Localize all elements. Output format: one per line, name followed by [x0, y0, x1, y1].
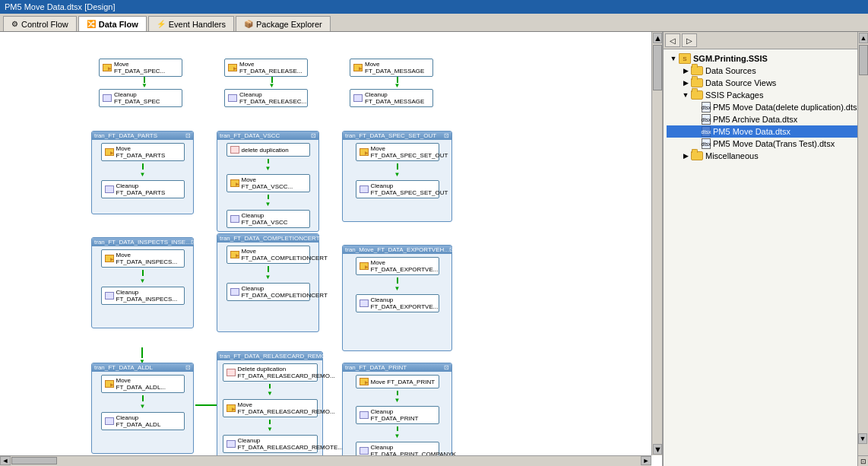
- expand-icon[interactable]: ⊡: [320, 235, 325, 242]
- connector: [397, 277, 398, 284]
- container-header-inspects: tran_FT_DATA_INSPECTS_INSE... ⊡: [92, 238, 193, 246]
- task-label: Cleanup FT_DATA_INSPECS...: [116, 289, 181, 303]
- right-scroll-thumb[interactable]: [859, 45, 868, 75]
- tab-label-event-handlers: Event Handlers: [169, 20, 226, 29]
- container-data-parts: tran_FT_DATA_PARTS ⊡ Move FT_DATA_PARTS …: [91, 131, 194, 214]
- tree-pkg1[interactable]: dtsx PM5 Move Data(delete duplication).d…: [667, 101, 865, 113]
- right-vertical-scrollbar[interactable]: ▲ ▼: [857, 32, 868, 455]
- task-dedup-vscc[interactable]: delete duplication: [227, 143, 310, 157]
- task-move-complete[interactable]: Move FT_DATA_COMPLETIONCERT: [227, 246, 310, 264]
- tab-package-explorer[interactable]: 📦 Package Explorer: [236, 16, 331, 31]
- data-sources-expand[interactable]: ▶: [680, 65, 691, 76]
- scroll-down-btn[interactable]: ▼: [653, 444, 662, 455]
- task-move-data-release[interactable]: Move FT_DATA_RELEASE...: [224, 59, 308, 77]
- arrow: ▼: [265, 201, 271, 208]
- scroll-left-btn[interactable]: ◄: [0, 456, 11, 465]
- canvas-horizontal-scrollbar[interactable]: ◄ ►: [0, 455, 651, 466]
- task-cleanup-export[interactable]: Cleanup FT_DATA_EXPORTVE...: [356, 294, 439, 312]
- move-icon: [230, 179, 239, 187]
- container-data-inspects: tran_FT_DATA_INSPECTS_INSE... ⊡ Move FT_…: [91, 237, 194, 328]
- task-move-vscc[interactable]: Move FT_DATA_VSCC...: [227, 174, 310, 192]
- expand-icon[interactable]: ⊡: [449, 246, 455, 253]
- task-move-data-message[interactable]: Move FT_DATA_MESSAGE: [350, 59, 433, 77]
- h-scroll-thumb[interactable]: [11, 457, 57, 464]
- arrow: ▼: [265, 274, 271, 281]
- expand-icon[interactable]: ⊡: [191, 239, 196, 246]
- move-icon: [353, 64, 363, 71]
- tree-data-source-views[interactable]: ▶ Data Source Views: [667, 77, 865, 89]
- pkg1-label: PM5 Move Data(delete duplication).dtsx: [713, 103, 861, 112]
- container-data-release-top: Move FT_DATA_RELEASE... ▼ Cleanup FT_DAT…: [224, 59, 319, 107]
- data-source-views-expand[interactable]: ▶: [680, 78, 691, 88]
- right-scroll-down-btn[interactable]: ▼: [858, 433, 867, 444]
- tree-ssis-packages[interactable]: ▼ SSIS Packages: [667, 89, 865, 101]
- expand-icon[interactable]: ⊡: [444, 132, 449, 139]
- container-body-parts: Move FT_DATA_PARTS ▼ Cleanup FT_DATA_PAR…: [92, 140, 193, 201]
- tree-data-sources[interactable]: ▶ Data Sources: [667, 65, 865, 77]
- task-cleanup-data-spec[interactable]: Cleanup FT_DATA_SPEC: [99, 89, 182, 107]
- scroll-right-btn[interactable]: ►: [641, 456, 651, 465]
- tree-root[interactable]: ▼ S SGM.Printing.SSIS: [667, 52, 865, 65]
- task-label: Cleanup FT_DATA_COMPLETIONCERT: [242, 285, 328, 299]
- scroll-track[interactable]: [11, 456, 641, 466]
- task-move-aldl[interactable]: Move FT_DATA_ALDL...: [101, 375, 185, 393]
- dedup-icon: [227, 369, 236, 376]
- task-dedup-releasecard[interactable]: Delete duplication FT_DATA_RELASECARD_RE…: [223, 363, 318, 382]
- expand-icon[interactable]: ⊡: [311, 132, 316, 139]
- task-cleanup-parts[interactable]: Cleanup FT_DATA_PARTS: [101, 180, 185, 198]
- move-icon: [360, 148, 369, 156]
- toolbar-btn-1[interactable]: ◁: [665, 33, 680, 47]
- tree-miscellaneous[interactable]: ▶ Miscellaneous: [667, 150, 865, 162]
- task-cleanup-data-message[interactable]: Cleanup FT_DATA_MESSAGE: [350, 89, 433, 107]
- data-source-views-folder-icon: [691, 78, 703, 87]
- task-cleanup-releasecard[interactable]: Cleanup FT_DATA_RELEASCARD_REMOTE...: [223, 435, 318, 453]
- container-body-inspects: Move FT_DATA_INSPECS... ▼ Cleanup FT_DAT…: [92, 246, 193, 308]
- tab-label-control-flow: Control Flow: [21, 20, 68, 29]
- toolbar-btn-2[interactable]: ▷: [682, 33, 697, 47]
- container-header-releasecard: tran_FT_DATA_RELASECARD_REMOTE ⊡: [217, 352, 322, 360]
- container-data-vscc: tran_FT_DATA_VSCC ⊡ delete duplication ▼…: [217, 131, 319, 232]
- task-move-data-spec[interactable]: Move FT_DATA_SPEC...: [99, 59, 182, 77]
- expand-icon[interactable]: ⊡: [185, 132, 191, 139]
- task-cleanup-vscc[interactable]: Cleanup FT_DATA_VSCC: [227, 210, 310, 228]
- arrow: ▼: [350, 83, 445, 89]
- misc-expand[interactable]: ▶: [680, 151, 691, 161]
- scroll-thumb[interactable]: [653, 45, 662, 90]
- cleanup-icon: [105, 185, 114, 193]
- container-header-complete: tran_FT_DATA_COMPLETIONCERT ⊡: [217, 234, 318, 243]
- container-body-export: Move FT_DATA_EXPORTVE... ▼ Cleanup FT_DA…: [343, 254, 451, 315]
- canvas-vertical-scrollbar[interactable]: ▲ ▼: [651, 32, 662, 455]
- task-move-inspects[interactable]: Move FT_DATA_INSPECS...: [101, 249, 185, 268]
- resize-corner[interactable]: ⊡: [857, 455, 868, 466]
- task-cleanup-complete[interactable]: Cleanup FT_DATA_COMPLETIONCERT: [227, 283, 310, 301]
- task-move-export[interactable]: Move FT_DATA_EXPORTVE...: [356, 257, 439, 275]
- task-move-releasecard[interactable]: Move FT_DATA_RELEASCARD_REMO...: [223, 399, 318, 417]
- task-cleanup-print[interactable]: Cleanup FT_DATA_PRINT: [356, 406, 439, 424]
- right-scroll-up-btn[interactable]: ▲: [859, 33, 868, 43]
- task-cleanup-aldl[interactable]: Cleanup FT_DATA_ALDL: [101, 412, 185, 430]
- scroll-up-btn[interactable]: ▲: [653, 33, 662, 43]
- expand-icon[interactable]: ⊡: [444, 364, 449, 371]
- task-cleanup-spec-set-out[interactable]: Cleanup FT_DATA_SPEC_SET_OUT: [356, 180, 439, 198]
- ssis-packages-expand[interactable]: ▼: [680, 90, 691, 100]
- root-expand-icon[interactable]: ▼: [668, 53, 679, 64]
- tree-pkg3[interactable]: dtsx PM5 Move Data.dtsx: [667, 125, 865, 138]
- task-cleanup-inspects[interactable]: Cleanup FT_DATA_INSPECS...: [101, 287, 185, 305]
- task-move-parts[interactable]: Move FT_DATA_PARTS: [101, 143, 185, 161]
- expand-icon[interactable]: ⊡: [185, 364, 191, 371]
- canvas-area[interactable]: Move FT_DATA_SPEC... ▼ Cleanup FT_DATA_S…: [0, 32, 663, 466]
- ssis-packages-label: SSIS Packages: [705, 90, 763, 100]
- task-move-print[interactable]: Move FT_DATA_PRINT: [356, 375, 439, 388]
- tree-pkg2[interactable]: dtsx PM5 Archive Data.dtsx: [667, 113, 865, 125]
- tree-pkg4[interactable]: dtsx PM5 Move Data(Trans Test).dtsx: [667, 138, 865, 150]
- expand-icon[interactable]: ⊡: [334, 353, 339, 360]
- tab-data-flow[interactable]: 🔀 Data Flow: [78, 16, 147, 31]
- tab-control-flow[interactable]: ⚙ Control Flow: [3, 16, 77, 31]
- container-title-aldl: tran_FT_DATA_ALDL: [94, 364, 153, 371]
- task-cleanup-data-release[interactable]: Cleanup FT_DATA_RELEASEC...: [224, 89, 308, 107]
- container-title-releasecard: tran_FT_DATA_RELASECARD_REMOTE: [220, 353, 334, 360]
- task-move-spec-set-out[interactable]: Move FT_DATA_SPEC_SET_OUT: [356, 143, 439, 161]
- container-body-releasecard: Delete duplication FT_DATA_RELASECARD_RE…: [217, 360, 322, 456]
- tab-event-handlers[interactable]: ⚡ Event Handlers: [148, 16, 234, 31]
- task-label: Move FT_DATA_RELEASCARD_REMO...: [238, 401, 335, 415]
